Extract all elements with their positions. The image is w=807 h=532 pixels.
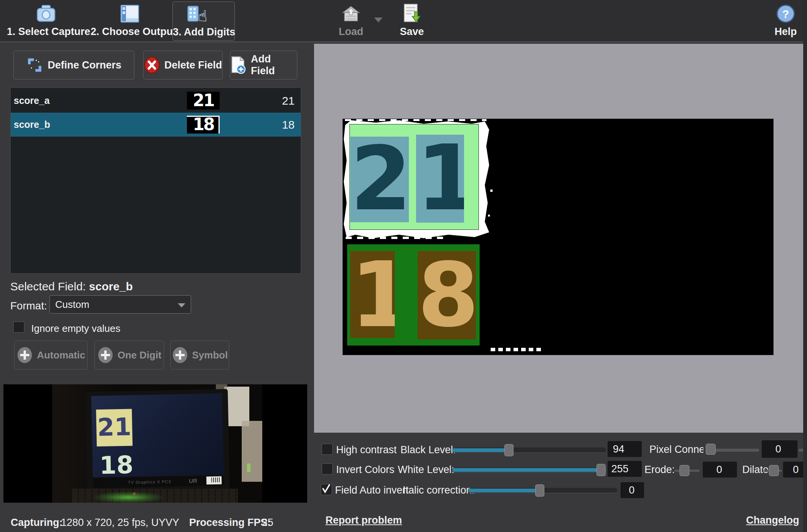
erode-label: Erode: bbox=[644, 464, 675, 476]
define-corners-button[interactable]: Define Corners bbox=[13, 51, 134, 80]
ignore-empty-checkbox[interactable] bbox=[13, 322, 24, 333]
scoreboard-bottom-score: 18 bbox=[99, 451, 134, 477]
noise-speck bbox=[490, 190, 493, 192]
bezel-text: TV Graphics X PC3 bbox=[128, 479, 171, 484]
slider-handle[interactable] bbox=[535, 484, 544, 497]
field-row-score-a[interactable]: score_a 21 21 bbox=[11, 89, 301, 113]
high-contrast-checkbox[interactable] bbox=[322, 444, 333, 455]
white-level-label: White Level: bbox=[398, 464, 455, 476]
define-corners-label: Define Corners bbox=[48, 59, 121, 71]
format-dropdown[interactable]: Custom bbox=[49, 295, 191, 314]
help-button[interactable]: ? Help bbox=[768, 0, 803, 42]
pixel-connectivity-slider[interactable] bbox=[710, 449, 759, 452]
italic-correction-label: Italic correction: bbox=[403, 484, 475, 496]
white-level-value[interactable]: 255 bbox=[607, 460, 642, 477]
checkmark-icon bbox=[321, 483, 332, 494]
delete-field-button[interactable]: Delete Field bbox=[143, 51, 223, 80]
step-select-capture-button[interactable]: 1. Select Capture bbox=[7, 0, 85, 42]
slider-handle[interactable] bbox=[706, 444, 716, 455]
add-one-digit-button[interactable]: One Digit bbox=[94, 341, 164, 370]
plus-circle-icon bbox=[172, 347, 188, 363]
field-value: 21 bbox=[282, 94, 295, 107]
field-row-score-b[interactable]: score_b 18 18 bbox=[11, 113, 301, 137]
pixel-connectivity-label: Pixel Connecti bbox=[649, 444, 703, 456]
help-label: Help bbox=[768, 26, 803, 38]
slider-fill bbox=[452, 448, 509, 452]
format-value: Custom bbox=[55, 299, 89, 310]
step-choose-output-button[interactable]: 2. Choose Output bbox=[91, 0, 169, 42]
add-field-button[interactable]: Add Field bbox=[230, 51, 297, 80]
field-name: score_a bbox=[14, 95, 50, 106]
black-level-label: Black Level: bbox=[400, 444, 456, 456]
high-contrast-label: High contrast bbox=[336, 444, 397, 456]
plus-circle-icon bbox=[97, 347, 114, 363]
green-glow bbox=[94, 492, 163, 503]
digit-cell: 2 bbox=[350, 137, 409, 222]
save-button[interactable]: Save bbox=[389, 0, 435, 42]
italic-correction-value[interactable]: 0 bbox=[620, 482, 644, 499]
white-level-slider[interactable] bbox=[452, 467, 606, 473]
add-one-digit-label: One Digit bbox=[118, 349, 162, 361]
load-dropdown-arrow-icon[interactable] bbox=[374, 18, 383, 22]
chevron-down-icon bbox=[178, 303, 185, 307]
clipped-text-fragment bbox=[491, 348, 542, 351]
digit: 1 bbox=[350, 252, 395, 338]
scoreboard-top-score: 21 bbox=[96, 409, 132, 446]
add-digits-icon: ☝ bbox=[173, 4, 234, 25]
add-automatic-button[interactable]: Automatic bbox=[14, 341, 88, 370]
digit: 2 bbox=[350, 137, 409, 221]
capturing-value: 1280 x 720, 25 fps, UYVY bbox=[61, 517, 179, 529]
step-add-digits-button[interactable]: ☝ 3. Add Digits bbox=[172, 2, 235, 41]
camera-photo: 21 18 TV Graphics X PC3 UR bbox=[52, 384, 262, 503]
invert-colors-checkbox[interactable] bbox=[322, 464, 333, 475]
noise-dashes bbox=[345, 119, 486, 121]
slider-handle[interactable] bbox=[504, 444, 514, 456]
slider-handle[interactable] bbox=[769, 465, 779, 476]
capturing-label: Capturing: bbox=[11, 517, 62, 529]
black-level-slider[interactable] bbox=[452, 448, 606, 453]
digit-cell: 1 bbox=[416, 135, 464, 223]
load-icon bbox=[328, 3, 374, 24]
slider-fill bbox=[452, 468, 606, 472]
field-value: 18 bbox=[282, 118, 295, 131]
processed-image: 2 1 1 8 bbox=[343, 119, 774, 355]
changelog-link[interactable]: Changelog bbox=[746, 514, 798, 526]
selected-field-name: score_b bbox=[89, 280, 133, 293]
add-field-label: Add Field bbox=[251, 53, 297, 77]
app-window: 1. Select Capture 2. Choose Output bbox=[0, 0, 807, 532]
field-a-region[interactable]: 2 1 bbox=[349, 124, 479, 230]
toolbar: 1. Select Capture 2. Choose Output bbox=[0, 0, 807, 42]
green-light bbox=[247, 464, 250, 472]
field-name: score_b bbox=[14, 119, 50, 130]
pixel-connectivity-value[interactable]: 0 bbox=[761, 440, 798, 458]
help-icon: ? bbox=[768, 3, 803, 24]
step-choose-output-label: 2. Choose Output bbox=[91, 26, 169, 38]
report-problem-link[interactable]: Report problem bbox=[325, 514, 402, 526]
camera-preview: 21 18 TV Graphics X PC3 UR bbox=[3, 384, 307, 503]
question-mark-icon: ? bbox=[777, 5, 795, 23]
load-button[interactable]: Load bbox=[328, 0, 374, 42]
processing-fps-value: 25 bbox=[262, 517, 273, 529]
laptop-screen: 21 18 bbox=[91, 393, 224, 477]
selected-field-label: Selected Field: bbox=[10, 280, 89, 293]
slider-handle[interactable] bbox=[679, 465, 689, 476]
italic-correction-slider[interactable] bbox=[468, 488, 617, 493]
noise-dashes bbox=[346, 237, 445, 239]
slider-handle[interactable] bbox=[596, 464, 606, 476]
save-icon bbox=[389, 3, 435, 24]
step-select-capture-label: 1. Select Capture bbox=[7, 26, 85, 38]
field-auto-invert-label: Field Auto invert bbox=[335, 484, 409, 496]
add-symbol-button[interactable]: Symbol bbox=[170, 341, 229, 370]
field-auto-invert-checkbox[interactable] bbox=[321, 484, 332, 495]
erode-value[interactable]: 0 bbox=[702, 461, 737, 478]
field-b-region[interactable]: 1 8 bbox=[347, 244, 480, 346]
processing-fps-label: Processing FPS: bbox=[189, 517, 271, 529]
field-thumbnail: 18 bbox=[187, 116, 220, 134]
digit-cell: 8 bbox=[418, 251, 476, 339]
add-symbol-label: Symbol bbox=[192, 349, 228, 361]
black-level-value[interactable]: 94 bbox=[607, 441, 642, 457]
digit-cell: 1 bbox=[350, 251, 395, 338]
add-field-icon bbox=[230, 56, 246, 74]
step-add-digits-label: 3. Add Digits bbox=[173, 26, 234, 38]
selected-field-line: Selected Field: score_b bbox=[10, 280, 133, 293]
